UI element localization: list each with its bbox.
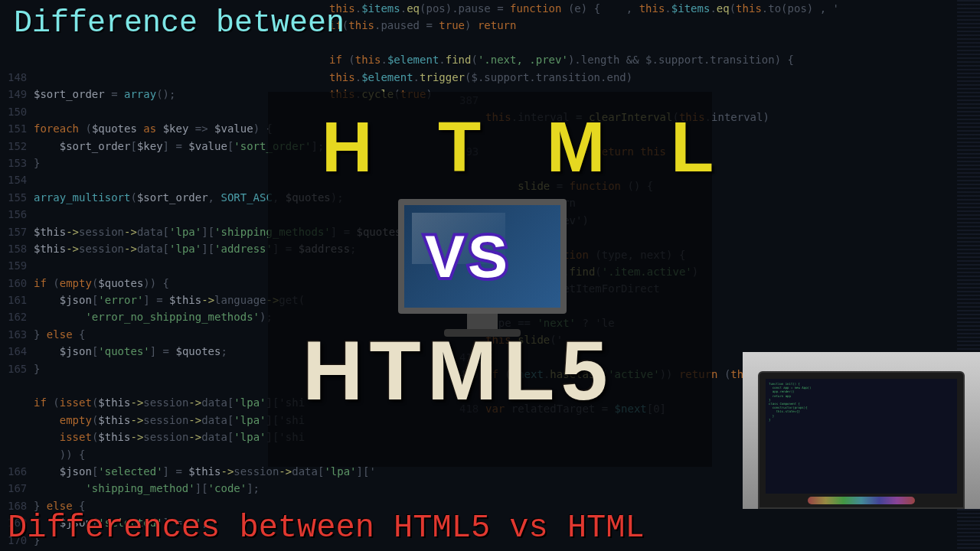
label-vs: VS xyxy=(425,222,511,292)
bg-code-right-top: this.$items.eq(pos).pause = function (e)… xyxy=(329,0,789,103)
bottom-caption: Differences between HTML5 vs HTML xyxy=(8,510,645,546)
top-title: Difference between xyxy=(14,6,345,41)
label-html: H T M L xyxy=(322,107,737,187)
label-html5: HTML5 xyxy=(302,321,614,419)
laptop-screen-code: function init() { const app = new App() … xyxy=(766,379,957,494)
laptop-photo: function init() { const app = new App() … xyxy=(743,352,980,509)
laptop-dock xyxy=(808,497,915,504)
